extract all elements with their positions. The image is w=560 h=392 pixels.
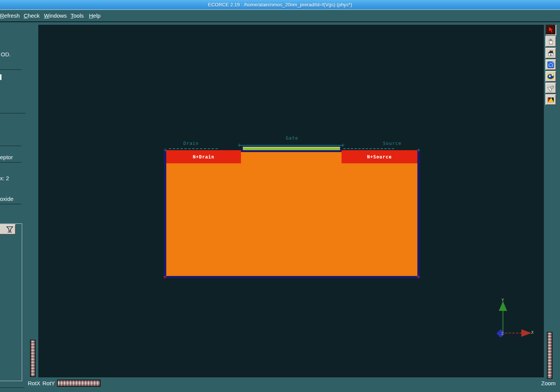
flashlight-icon — [547, 84, 555, 92]
zoom-thumbwheel[interactable] — [547, 332, 552, 379]
source-contact-line — [343, 148, 394, 149]
ecorce-window: ECORCE 2.19 : /home/alain/nmos_20nm_prer… — [0, 0, 560, 392]
zoom-label: Zoom — [541, 380, 555, 386]
device-corner-marker[interactable] — [417, 148, 420, 152]
device-corner-marker[interactable] — [417, 275, 420, 279]
window-title-bar[interactable]: ECORCE 2.19 : /home/alain/nmos_20nm_prer… — [0, 0, 560, 10]
blueprint-house-icon — [547, 61, 555, 69]
funnel-icon — [6, 226, 14, 233]
device-viewport[interactable]: Gate Drain Source N+Drain N+Source — [38, 25, 544, 377]
window-title: ECORCE 2.19 : /home/alain/nmos_20nm_prer… — [208, 2, 352, 8]
device-outline-right — [417, 150, 420, 278]
device-corner-marker[interactable] — [163, 275, 167, 279]
visibility-eye-tool-button[interactable] — [545, 71, 556, 82]
sidebar-label-oxide: oxide — [0, 196, 14, 202]
menu-refresh[interactable]: Refresh — [0, 10, 20, 21]
sidebar-divider — [0, 146, 21, 146]
y-axis-label: Y — [501, 298, 504, 303]
menu-windows[interactable]: Windows — [44, 10, 67, 21]
n-drain-label: N+Drain — [193, 154, 215, 160]
select-pointer-tool-button[interactable] — [545, 24, 556, 35]
x-axis-arrow — [521, 329, 531, 337]
house-icon — [547, 49, 555, 57]
pan-hand-tool-button[interactable] — [545, 36, 556, 47]
sidebar-divider — [0, 69, 21, 70]
sidebar-label-acceptor: eptor — [0, 154, 13, 160]
channel-region[interactable] — [241, 152, 342, 163]
view-toolbar — [544, 22, 560, 377]
z-axis-label: Z — [501, 331, 504, 336]
hand-glove-icon — [547, 38, 555, 45]
gate-polysilicon[interactable] — [242, 146, 341, 151]
home-view-tool-button[interactable] — [545, 48, 556, 59]
gate-contact-bar — [239, 145, 343, 146]
roty-thumbwheel[interactable] — [57, 380, 101, 387]
substrate-region[interactable] — [166, 163, 417, 276]
materials-tool-button[interactable] — [545, 94, 556, 105]
drain-contact-line — [169, 148, 218, 149]
n-drain-region[interactable]: N+Drain — [166, 150, 241, 163]
sidebar-label-index: x: 2 — [0, 175, 9, 181]
gate-contact-label: Gate — [286, 136, 298, 141]
left-sidebar: OD. eptor x: 2 oxide — [0, 22, 38, 392]
rotx-thumbwheel[interactable] — [30, 340, 36, 377]
drain-contact-label: Drain — [183, 141, 199, 146]
sidebar-divider — [0, 162, 21, 163]
y-axis-line — [503, 309, 503, 333]
source-contact-label: Source — [383, 141, 401, 146]
device-outline-bottom — [164, 276, 420, 278]
filter-button[interactable] — [0, 224, 16, 235]
gate-end-marker[interactable] — [238, 143, 241, 147]
pointer-cursor-icon — [547, 26, 555, 34]
roty-label: RotY — [42, 380, 55, 386]
n-source-label: N+Source — [367, 154, 392, 160]
materials-layers-icon — [547, 96, 555, 104]
menu-bar: Refresh Check Windows Tools Help — [0, 10, 560, 22]
sidebar-label-mod: OD. — [1, 51, 11, 57]
n-source-region[interactable]: N+Source — [342, 150, 417, 163]
x-axis-label: X — [531, 330, 534, 335]
gate-end-marker[interactable] — [341, 143, 345, 147]
sidebar-filter-panel — [0, 223, 22, 381]
menu-check[interactable]: Check — [24, 10, 40, 21]
menu-tools[interactable]: Tools — [71, 10, 84, 21]
flashlight-tool-button[interactable] — [545, 83, 556, 93]
bottom-divider — [0, 387, 24, 388]
sidebar-divider — [0, 204, 21, 204]
eye-icon — [547, 72, 555, 80]
rotx-label: RotX — [28, 380, 40, 386]
sidebar-divider — [0, 113, 26, 113]
sidebar-clipped-text — [0, 74, 2, 80]
menu-help[interactable]: Help — [89, 10, 101, 21]
device-corner-marker[interactable] — [164, 148, 167, 152]
blueprint-view-tool-button[interactable] — [545, 59, 556, 70]
